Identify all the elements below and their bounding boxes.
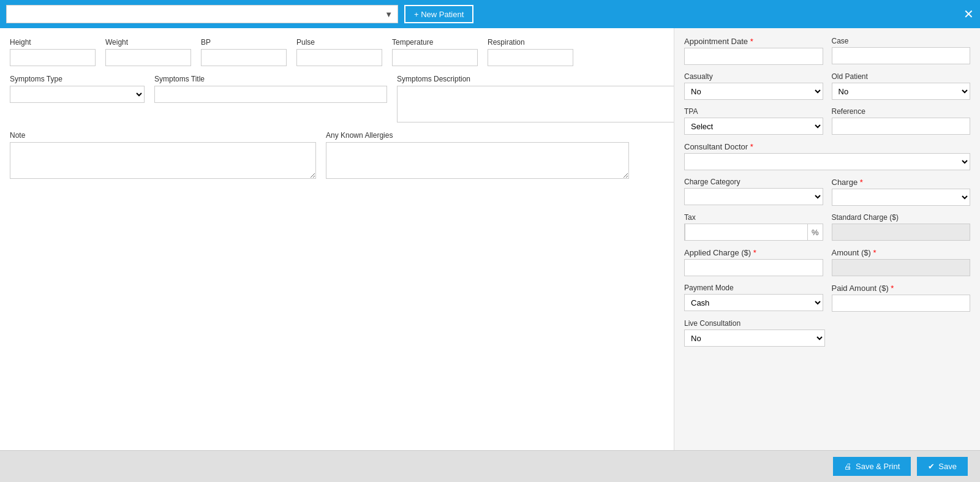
patient-select-wrapper[interactable]: ▼ [6, 5, 398, 23]
tpa-reference-row: TPA Select Reference [684, 107, 970, 135]
left-panel: Height Weight BP Pulse Temperature Respi… [0, 28, 674, 450]
bp-group: BP [201, 38, 287, 66]
appointment-case-row: Appointment Date * Case [684, 37, 970, 65]
symptoms-type-group: Symptoms Type [10, 75, 145, 103]
applied-charge-input[interactable] [684, 259, 823, 276]
weight-input[interactable] [105, 49, 191, 66]
pulse-group: Pulse [296, 38, 382, 66]
tax-standard-row: Tax % Standard Charge ($) [684, 213, 970, 241]
charge-category-row: Charge Category Charge * [684, 178, 970, 206]
tpa-select[interactable]: Select [684, 118, 823, 135]
percent-icon: % [808, 228, 823, 237]
case-input[interactable] [832, 47, 971, 64]
consultant-label: Consultant Doctor * [684, 142, 970, 151]
charge-label: Charge * [832, 178, 971, 187]
notes-row: Note Any Known Allergies [10, 131, 664, 179]
live-consultation-label: Live Consultation [684, 319, 825, 328]
live-consultation-group: Live Consultation No Yes [684, 319, 825, 347]
note-group: Note [10, 131, 316, 179]
amount-input [832, 259, 971, 276]
symptoms-title-input[interactable] [154, 86, 387, 103]
case-label: Case [832, 37, 971, 45]
appointment-date-input[interactable] [684, 48, 823, 65]
casualty-oldpatient-row: Casualty No Yes Old Patient No Yes [684, 72, 970, 100]
standard-charge-input [832, 224, 971, 241]
charge-group: Charge * [832, 178, 971, 206]
standard-charge-label: Standard Charge ($) [832, 213, 971, 222]
pulse-input[interactable] [296, 49, 382, 66]
consultant-group: Consultant Doctor * [684, 142, 970, 170]
reference-group: Reference [832, 107, 971, 135]
bp-input[interactable] [201, 49, 287, 66]
paid-amount-label: Paid Amount ($) * [832, 284, 971, 293]
tax-input[interactable] [685, 224, 808, 241]
payment-mode-label: Payment Mode [684, 284, 823, 292]
note-textarea[interactable] [10, 142, 316, 179]
symptoms-description-textarea[interactable] [397, 86, 674, 122]
paid-amount-input[interactable] [832, 295, 971, 312]
tax-label: Tax [684, 213, 823, 222]
old-patient-group: Old Patient No Yes [832, 72, 971, 100]
payment-mode-select[interactable]: Cash Card Online [684, 294, 823, 311]
paid-amount-group: Paid Amount ($) * [832, 284, 971, 312]
vitals-row: Height Weight BP Pulse Temperature Respi… [10, 38, 664, 66]
consultant-row: Consultant Doctor * [684, 142, 970, 170]
appointment-date-group: Appointment Date * [684, 37, 823, 65]
charge-category-group: Charge Category [684, 178, 823, 206]
patient-select[interactable] [7, 6, 398, 23]
amount-label: Amount ($) * [832, 248, 971, 257]
old-patient-label: Old Patient [832, 72, 971, 81]
close-button[interactable]: ✕ [963, 8, 974, 20]
save-button[interactable]: ✔ Save [917, 457, 968, 476]
appointment-date-label: Appointment Date * [684, 37, 823, 46]
old-patient-select[interactable]: No Yes [832, 83, 971, 100]
height-input[interactable] [10, 49, 96, 66]
reference-label: Reference [832, 107, 971, 116]
respiration-label: Respiration [488, 38, 573, 47]
symptoms-type-label: Symptoms Type [10, 75, 145, 83]
height-label: Height [10, 38, 96, 47]
standard-charge-group: Standard Charge ($) [832, 213, 971, 241]
allergies-textarea[interactable] [326, 142, 629, 179]
charge-select[interactable] [832, 189, 971, 206]
applied-charge-label: Applied Charge ($) * [684, 248, 823, 257]
allergies-label: Any Known Allergies [326, 131, 629, 140]
print-icon: 🖨 [844, 462, 852, 471]
payment-mode-group: Payment Mode Cash Card Online [684, 284, 823, 312]
casualty-select[interactable]: No Yes [684, 83, 823, 100]
reference-input[interactable] [832, 118, 971, 135]
temperature-input[interactable] [392, 49, 478, 66]
allergies-group: Any Known Allergies [326, 131, 629, 179]
live-consultation-select[interactable]: No Yes [684, 329, 825, 347]
respiration-group: Respiration [488, 38, 573, 66]
symptoms-row: Symptoms Type Symptoms Title Symptoms De… [10, 75, 664, 122]
consultant-select[interactable] [684, 153, 970, 170]
payment-paid-row: Payment Mode Cash Card Online Paid Amoun… [684, 284, 970, 312]
height-group: Height [10, 38, 96, 66]
tax-input-wrapper: % [684, 224, 823, 241]
symptoms-title-group: Symptoms Title [154, 75, 387, 103]
charge-category-select[interactable] [684, 188, 823, 205]
save-print-button[interactable]: 🖨 Save & Print [833, 457, 911, 476]
amount-group: Amount ($) * [832, 248, 971, 276]
live-consultation-row: Live Consultation No Yes [684, 319, 970, 347]
new-patient-button[interactable]: + New Patient [404, 5, 473, 23]
symptoms-description-label: Symptoms Description [397, 75, 674, 83]
tpa-group: TPA Select [684, 107, 823, 135]
pulse-label: Pulse [296, 38, 382, 47]
applied-amount-row: Applied Charge ($) * Amount ($) * [684, 248, 970, 276]
respiration-input[interactable] [488, 49, 573, 66]
note-label: Note [10, 131, 316, 140]
weight-label: Weight [105, 38, 191, 47]
bp-label: BP [201, 38, 287, 47]
main-content: Height Weight BP Pulse Temperature Respi… [0, 28, 980, 450]
save-label: Save [938, 462, 957, 471]
check-icon: ✔ [928, 462, 935, 471]
footer: 🖨 Save & Print ✔ Save [0, 450, 980, 482]
applied-charge-group: Applied Charge ($) * [684, 248, 823, 276]
symptoms-type-select[interactable] [10, 86, 145, 103]
charge-category-label: Charge Category [684, 178, 823, 186]
right-panel: Appointment Date * Case Casualty No Yes … [674, 28, 980, 450]
casualty-group: Casualty No Yes [684, 72, 823, 100]
temperature-group: Temperature [392, 38, 478, 66]
